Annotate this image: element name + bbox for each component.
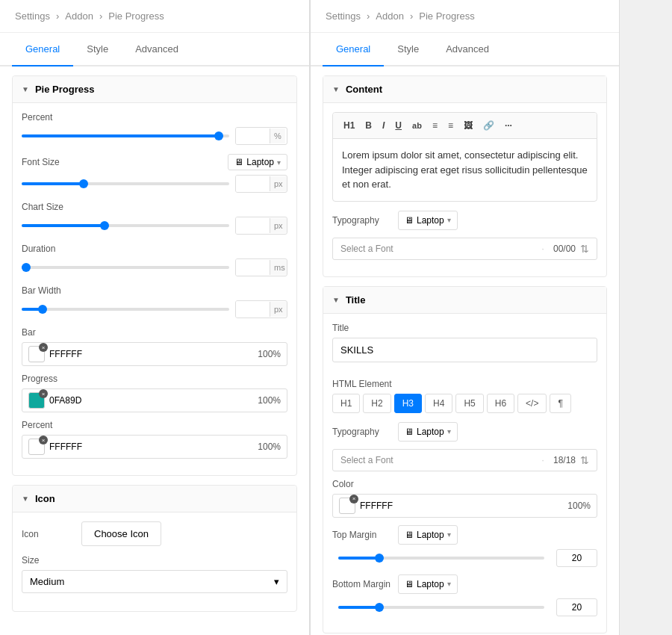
title-input[interactable] (332, 338, 597, 362)
bar-width-label: Bar Width (22, 285, 287, 296)
chart-size-input[interactable]: 160 (236, 217, 270, 234)
bar-color-row: × FFFFFF 100% (22, 342, 287, 366)
title-section-header[interactable]: ▼ Title (323, 287, 606, 314)
choose-icon-button[interactable]: Choose Icon (81, 521, 161, 546)
html-element-field: HTML Element H1 H2 H3 H4 H5 H6 </> ¶ (332, 379, 597, 413)
html-btn-h6[interactable]: H6 (487, 394, 514, 413)
html-btn-para[interactable]: ¶ (550, 394, 570, 413)
pie-progress-section: ▼ Pie Progress Percent 95 % (12, 75, 297, 476)
breadcrumb-addon[interactable]: Addon (65, 10, 93, 22)
bar-width-input[interactable]: 6 (236, 301, 270, 318)
html-btn-h1[interactable]: H1 (332, 394, 360, 413)
font-size-input[interactable]: 30 (236, 176, 270, 192)
tab-advanced-right[interactable]: Advanced (432, 33, 503, 66)
top-margin-field: Top Margin 🖥 Laptop ▾ (332, 525, 597, 567)
bottom-margin-label: Bottom Margin (332, 579, 392, 589)
percent-input[interactable]: 95 (236, 128, 270, 144)
pie-progress-header[interactable]: ▼ Pie Progress (13, 76, 296, 103)
content-monitor-icon: 🖥 (405, 215, 414, 226)
bottom-margin-controls (332, 598, 597, 616)
bottom-margin-device-dropdown[interactable]: 🖥 Laptop ▾ (398, 574, 458, 594)
icon-section-header[interactable]: ▼ Icon (13, 486, 296, 512)
bottom-margin-input[interactable] (556, 598, 597, 616)
bottom-margin-device: Laptop (417, 579, 444, 589)
html-btn-h5[interactable]: H5 (455, 394, 483, 413)
percent-color-pct: 100% (258, 442, 281, 452)
percent-color-section: Percent × FFFFFF 100% (22, 420, 287, 459)
percent-swatch-x[interactable]: × (39, 436, 48, 444)
title-section: ▼ Title Title HTML Element H1 H2 H3 H4 H… (323, 286, 607, 634)
right-tabs: General Style Advanced (311, 33, 619, 66)
content-typo-dropdown-arrow: ▾ (447, 216, 451, 224)
toolbar-italic[interactable]: I (378, 117, 389, 134)
toolbar-underline[interactable]: U (391, 117, 406, 134)
top-margin-thumb[interactable] (375, 554, 384, 563)
font-size-track (22, 182, 229, 185)
content-section-header[interactable]: ▼ Content (323, 76, 606, 103)
toolbar-h1[interactable]: H1 (339, 117, 359, 134)
percent-unit: % (270, 128, 285, 143)
percent-controls: 95 % (22, 127, 287, 145)
percent-swatch[interactable]: × (28, 439, 45, 455)
title-typo-device-dropdown[interactable]: 🖥 Laptop ▾ (398, 422, 458, 442)
bar-swatch[interactable]: × (28, 346, 45, 362)
duration-input[interactable] (236, 259, 270, 276)
toolbar-align-left[interactable]: ≡ (428, 117, 442, 134)
size-dropdown[interactable]: Medium ▾ (22, 570, 287, 593)
duration-input-box: ms (235, 258, 287, 276)
duration-thumb[interactable] (22, 263, 31, 272)
html-btn-h4[interactable]: H4 (425, 394, 452, 413)
bar-width-thumb[interactable] (38, 305, 47, 314)
tab-style-left[interactable]: Style (73, 33, 122, 66)
title-color-row: × FFFFFF 100% (332, 494, 597, 518)
tab-general-left[interactable]: General (12, 33, 73, 66)
toolbar-bold[interactable]: B (361, 117, 376, 134)
tab-general-right[interactable]: General (323, 33, 384, 66)
tab-advanced-left[interactable]: Advanced (122, 33, 192, 66)
right-bc-settings[interactable]: Settings (326, 10, 361, 22)
percent-color-label: Percent (22, 420, 287, 430)
right-panel: Settings › Addon › Pie Progress General … (310, 0, 620, 635)
font-size-unit: px (270, 176, 287, 191)
toolbar-align-right[interactable]: ≡ (444, 117, 458, 134)
bar-swatch-x[interactable]: × (39, 343, 48, 352)
title-font-select-row[interactable]: Select a Font · 18/18 ⇅ (332, 449, 597, 471)
editor-body[interactable]: Lorem ipsum dolor sit amet, consectetur … (333, 139, 597, 201)
font-size-device: Laptop (246, 157, 274, 167)
progress-swatch[interactable]: × (28, 392, 45, 409)
top-margin-input[interactable] (556, 549, 597, 567)
font-size-thumb[interactable] (79, 179, 88, 188)
bar-width-controls: 6 px (22, 300, 287, 318)
right-bc-addon[interactable]: Addon (376, 10, 404, 22)
toolbar-ab[interactable]: ab (408, 118, 426, 133)
html-btn-code[interactable]: </> (517, 394, 547, 413)
top-margin-device-dropdown[interactable]: 🖥 Laptop ▾ (398, 525, 458, 545)
bottom-margin-thumb[interactable] (375, 603, 384, 612)
percent-fill (22, 134, 219, 137)
html-btn-h2[interactable]: H2 (363, 394, 391, 413)
toolbar-image[interactable]: 🖼 (459, 117, 477, 134)
font-size-device-dropdown[interactable]: 🖥 Laptop ▾ (228, 154, 287, 170)
chart-size-thumb[interactable] (100, 221, 109, 230)
right-bc-sep1: › (367, 10, 370, 22)
tab-style-right[interactable]: Style (384, 33, 432, 66)
title-adjust-icon[interactable]: ⇅ (580, 454, 589, 466)
html-element-label: HTML Element (332, 379, 597, 389)
percent-hex: FFFFFF (49, 442, 253, 452)
title-color-swatch-x[interactable]: × (349, 495, 358, 504)
html-btn-h3[interactable]: H3 (394, 394, 422, 413)
progress-hex: 0FA89D (49, 395, 253, 406)
breadcrumb-settings[interactable]: Settings (15, 10, 50, 22)
pie-progress-title: Pie Progress (35, 84, 95, 95)
title-label: Title (332, 323, 597, 333)
content-typo-device-dropdown[interactable]: 🖥 Laptop ▾ (398, 211, 458, 230)
toolbar-more[interactable]: ··· (500, 117, 517, 134)
title-font-placeholder: Select a Font (340, 455, 532, 465)
toolbar-link[interactable]: 🔗 (479, 117, 499, 134)
content-adjust-icon[interactable]: ⇅ (580, 243, 589, 255)
content-font-select-row[interactable]: Select a Font · 00/00 ⇅ (332, 238, 597, 260)
title-color-swatch[interactable]: × (339, 498, 355, 514)
progress-swatch-x[interactable]: × (39, 389, 48, 398)
percent-thumb[interactable] (214, 131, 223, 140)
percent-row: Percent 95 % (22, 112, 287, 145)
